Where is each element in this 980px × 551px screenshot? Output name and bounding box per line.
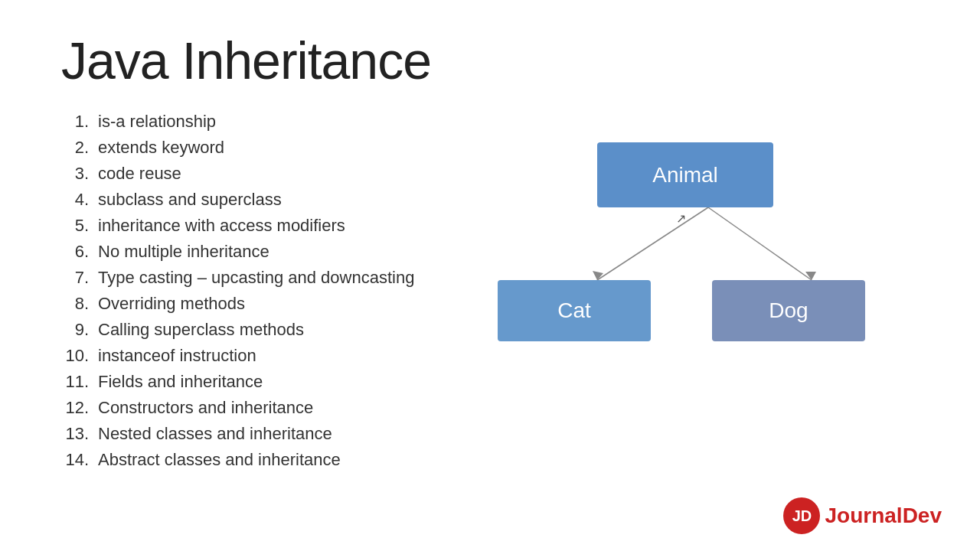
list-item-num: 6. [61, 242, 89, 262]
list-item-text: Constructors and inheritance [98, 398, 313, 418]
list-item-text: inheritance with access modifiers [98, 216, 345, 236]
list-item: 6.No multiple inheritance [61, 242, 490, 262]
cat-label: Cat [557, 298, 591, 323]
animal-label: Animal [652, 163, 718, 187]
diagram-section: ↗ Animal Cat Dog [490, 127, 919, 387]
topic-list: 1.is-a relationship2.extends keyword3.co… [61, 112, 490, 470]
animal-box: Animal [597, 142, 773, 207]
list-item-num: 7. [61, 268, 89, 288]
list-item-text: Calling superclass methods [98, 320, 304, 340]
logo-text: JournalDev [825, 504, 942, 528]
slide: Java Inheritance 1.is-a relationship2.ex… [0, 0, 980, 551]
dog-box: Dog [712, 280, 865, 341]
list-item: 8.Overriding methods [61, 294, 490, 314]
list-item-num: 5. [61, 216, 89, 236]
list-item-text: Fields and inheritance [98, 372, 263, 392]
content-area: 1.is-a relationship2.extends keyword3.co… [61, 112, 919, 476]
list-item-text: Type casting – upcasting and downcasting [98, 268, 414, 288]
svg-marker-1 [593, 271, 603, 280]
logo-symbol: JD [792, 507, 812, 525]
list-item-text: code reuse [98, 164, 181, 184]
list-item-num: 2. [61, 138, 89, 158]
list-item-num: 9. [61, 320, 89, 340]
logo-text-accent: Dev [903, 504, 942, 527]
list-item: 1.is-a relationship [61, 112, 490, 132]
list-item-num: 10. [61, 346, 89, 366]
list-item-text: instanceof instruction [98, 346, 256, 366]
list-item-text: No multiple inheritance [98, 242, 270, 262]
list-item-text: Abstract classes and inheritance [98, 450, 341, 470]
logo-icon: JD [783, 497, 820, 534]
list-item: 2.extends keyword [61, 138, 490, 158]
svg-line-0 [597, 207, 708, 280]
svg-text:↗: ↗ [676, 212, 686, 225]
slide-title: Java Inheritance [61, 31, 919, 90]
dog-label: Dog [769, 298, 808, 323]
cat-box: Cat [498, 280, 651, 341]
list-item: 4.subclass and superclass [61, 190, 490, 210]
list-section: 1.is-a relationship2.extends keyword3.co… [61, 112, 490, 476]
list-item: 9.Calling superclass methods [61, 320, 490, 340]
list-item-num: 3. [61, 164, 89, 184]
list-item: 12.Constructors and inheritance [61, 398, 490, 418]
list-item-num: 4. [61, 190, 89, 210]
logo-text-plain: Journal [825, 504, 902, 527]
journaldev-logo: JD JournalDev [783, 497, 942, 534]
list-item: 7.Type casting – upcasting and downcasti… [61, 268, 490, 288]
list-item-text: subclass and superclass [98, 190, 282, 210]
svg-line-2 [708, 207, 812, 280]
list-item-text: extends keyword [98, 138, 224, 158]
list-item-text: Overriding methods [98, 294, 245, 314]
list-item: 3.code reuse [61, 164, 490, 184]
list-item-num: 11. [61, 372, 89, 392]
list-item: 10.instanceof instruction [61, 346, 490, 366]
list-item: 11.Fields and inheritance [61, 372, 490, 392]
svg-marker-3 [805, 272, 816, 280]
list-item-num: 12. [61, 398, 89, 418]
list-item: 14.Abstract classes and inheritance [61, 450, 490, 470]
list-item-text: Nested classes and inheritance [98, 424, 332, 444]
list-item-num: 1. [61, 112, 89, 132]
list-item: 5.inheritance with access modifiers [61, 216, 490, 236]
list-item-num: 13. [61, 424, 89, 444]
list-item: 13.Nested classes and inheritance [61, 424, 490, 444]
list-item-num: 8. [61, 294, 89, 314]
list-item-text: is-a relationship [98, 112, 216, 132]
list-item-num: 14. [61, 450, 89, 470]
